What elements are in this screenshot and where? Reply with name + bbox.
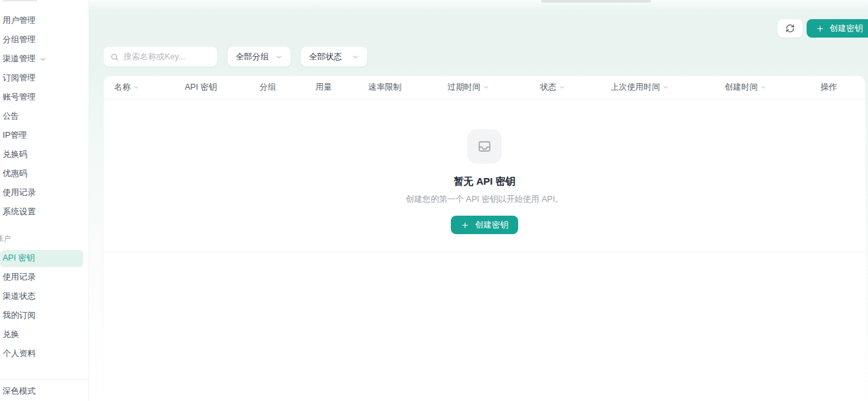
chevron-down-icon [352, 53, 359, 61]
sidebar-spacer [0, 363, 88, 379]
sidebar-item-ip-management[interactable]: IP管理 [0, 126, 88, 145]
sidebar-item-profile[interactable]: 个人资料 [0, 344, 88, 363]
empty-state-title: 暂无 API 密钥 [453, 175, 515, 188]
sidebar-item-label: 个人资料 [3, 348, 36, 359]
sidebar-item-label: 优惠码 [3, 168, 28, 179]
sidebar-item-my-subscription[interactable]: 我的订阅 [0, 306, 88, 325]
column-header-name[interactable]: 名称 [114, 82, 185, 93]
sidebar-item-label: 使用记录 [3, 187, 36, 199]
group-filter-value: 全部分组 [236, 51, 269, 63]
search-box [104, 47, 217, 67]
column-header-api-key: API 密钥 [185, 82, 259, 93]
sidebar-item-usage-log-admin[interactable]: 使用记录 [0, 183, 88, 202]
empty-create-key-button[interactable]: 创建密钥 [451, 216, 518, 234]
column-label: 操作 [820, 82, 837, 93]
sidebar-divider [0, 379, 88, 380]
sidebar-item-account-management[interactable]: 账号管理 [0, 88, 88, 107]
sidebar-item-label: 我的订阅 [3, 310, 36, 321]
column-label: 创建时间 [725, 82, 758, 93]
filter-bar: 全部分组 全部状态 [104, 47, 367, 67]
sidebar: 用户管理 分组管理 渠道管理 订阅管理 账号管理 公告 IP管理 兑换码 优惠码 [0, 0, 89, 401]
sidebar-item-announcement[interactable]: 公告 [0, 107, 88, 126]
sidebar-item-usage-log[interactable]: 使用记录 [0, 268, 88, 287]
refresh-icon [785, 24, 795, 33]
sidebar-item-group-management[interactable]: 分组管理 [0, 30, 88, 49]
plus-icon [461, 221, 469, 230]
sidebar-item-redeem-code[interactable]: 兑换码 [0, 145, 88, 164]
sidebar-item-label: 深色模式 [3, 386, 36, 397]
empty-state-icon-box [467, 129, 502, 164]
toolbar: 创建密钥 [778, 19, 865, 38]
empty-state: 暂无 API 密钥 创建您的第一个 API 密钥以开始使用 API。 创建密钥 [104, 100, 865, 253]
column-label: 状态 [540, 82, 556, 93]
api-keys-table-card: 名称 API 密钥 分组 用量 速率限制 过期时间 [104, 76, 865, 401]
sidebar-item-channel-status[interactable]: 渠道状态 [0, 287, 88, 306]
sort-chevron-icon [483, 84, 489, 90]
sidebar-account-group: API 密钥 使用记录 渠道状态 我的订阅 兑换 个人资料 [0, 249, 88, 363]
sidebar-item-channel-management[interactable]: 渠道管理 [0, 49, 88, 69]
sort-chevron-icon [133, 84, 139, 90]
sidebar-item-label: 渠道状态 [3, 291, 36, 302]
page: 用户管理 分组管理 渠道管理 订阅管理 账号管理 公告 IP管理 兑换码 优惠码 [0, 0, 868, 401]
column-label: API 密钥 [185, 82, 217, 93]
sidebar-item-label: 用户管理 [3, 15, 36, 26]
refresh-button[interactable] [778, 19, 803, 38]
sidebar-item-label: 使用记录 [3, 272, 36, 283]
sidebar-item-label: 渠道管理 [3, 53, 36, 65]
sidebar-item-redeem[interactable]: 兑换 [0, 325, 88, 344]
create-key-button-label: 创建密钥 [830, 23, 863, 34]
column-header-last-used-time[interactable]: 上次使用时间 [611, 82, 725, 93]
sidebar-item-system-settings[interactable]: 系统设置 [0, 202, 88, 222]
sidebar-item-label: 订阅管理 [3, 73, 36, 84]
main-content: 创建密钥 全部分组 全部状态 [89, 0, 868, 401]
inbox-icon [477, 139, 492, 154]
create-key-button[interactable]: 创建密钥 [807, 19, 868, 38]
top-edge-artifact [541, 0, 651, 3]
chevron-down-icon [275, 53, 283, 61]
sort-chevron-icon [559, 84, 565, 90]
sidebar-item-subscription-management[interactable]: 订阅管理 [0, 69, 88, 88]
sidebar-item-label: API 密钥 [3, 253, 35, 264]
column-label: 用量 [316, 82, 332, 93]
sidebar-item-label: 系统设置 [3, 206, 36, 218]
search-icon [110, 53, 119, 61]
sidebar-item-label: 公告 [3, 111, 19, 122]
sidebar-item-label: 兑换码 [3, 149, 28, 160]
search-input[interactable] [123, 52, 211, 61]
status-filter-select[interactable]: 全部状态 [301, 47, 367, 67]
column-label: 上次使用时间 [611, 82, 660, 93]
column-label: 过期时间 [448, 82, 481, 93]
sidebar-item-label: 兑换 [3, 329, 19, 340]
column-label: 分组 [259, 82, 276, 93]
column-header-group: 分组 [259, 82, 316, 93]
sidebar-item-label: 账号管理 [3, 92, 36, 103]
empty-create-key-button-label: 创建密钥 [475, 220, 508, 231]
column-header-actions: 操作 [820, 82, 855, 93]
status-filter-value: 全部状态 [309, 51, 342, 63]
column-header-status[interactable]: 状态 [540, 82, 611, 93]
table-header-row: 名称 API 密钥 分组 用量 速率限制 过期时间 [104, 76, 865, 100]
chevron-down-icon [40, 56, 46, 63]
sidebar-item-dark-mode[interactable]: 深色模式 [0, 382, 88, 401]
sidebar-item-user-management[interactable]: 用户管理 [0, 11, 88, 30]
sidebar-item-coupon-code[interactable]: 优惠码 [0, 164, 88, 183]
sort-chevron-icon [760, 84, 766, 90]
group-filter-select[interactable]: 全部分组 [228, 47, 290, 67]
sort-chevron-icon [663, 84, 669, 90]
sidebar-top-divider [3, 0, 37, 1]
empty-state-description: 创建您的第一个 API 密钥以开始使用 API。 [406, 194, 563, 205]
sidebar-item-label: IP管理 [3, 130, 27, 141]
sidebar-item-api-keys[interactable]: API 密钥 [0, 250, 83, 267]
sidebar-section-account: 账户 [0, 233, 88, 243]
column-label: 速率限制 [368, 82, 401, 93]
column-header-expiry-time[interactable]: 过期时间 [448, 82, 540, 93]
column-label: 名称 [114, 82, 131, 93]
column-header-rate-limit: 速率限制 [368, 82, 448, 93]
plus-icon [816, 24, 824, 33]
column-header-usage: 用量 [316, 82, 368, 93]
column-header-created-time[interactable]: 创建时间 [725, 82, 820, 93]
sidebar-item-label: 分组管理 [3, 34, 36, 46]
